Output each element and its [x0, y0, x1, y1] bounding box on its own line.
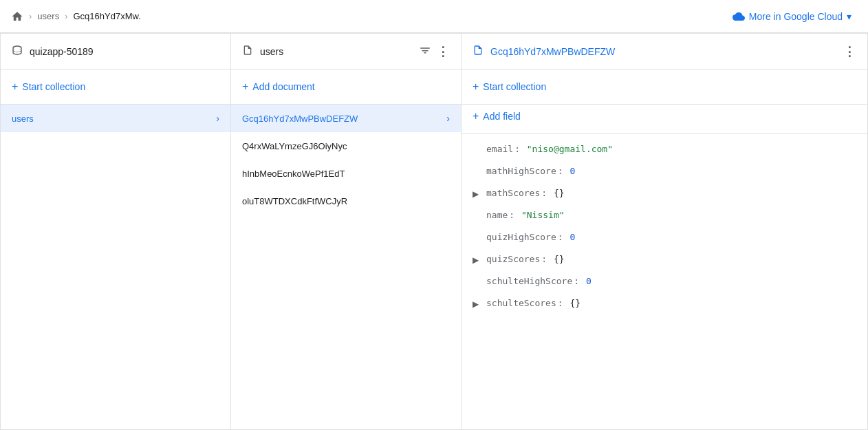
- field-value-schulteHighScore: 0: [581, 276, 592, 286]
- panel-left-header: quizapp-50189: [1, 34, 230, 69]
- panel-left-header-left: quizapp-50189: [12, 45, 94, 58]
- list-item-doc-3[interactable]: oluT8WTDXCdkFtfWCJyR: [231, 187, 461, 215]
- doc-label-0: Gcq16hYd7xMwPBwDEFZW: [242, 114, 358, 124]
- field-key-schulteScores: schulteScores: [486, 298, 556, 308]
- chevron-active-0: ›: [446, 113, 450, 124]
- right-more-icon[interactable]: ⋮: [843, 44, 856, 59]
- field-row-quizScores[interactable]: ▶quizScores: {}: [462, 250, 867, 272]
- collection-icon: [242, 45, 253, 58]
- start-collection-button-left[interactable]: + Start collection: [12, 78, 85, 96]
- add-field-button[interactable]: + Add field: [473, 107, 521, 125]
- field-row-schulteScores[interactable]: ▶schulteScores: {}: [462, 294, 867, 316]
- panel-mid-header-left: users: [242, 45, 283, 58]
- add-field-label: Add field: [483, 111, 520, 122]
- panel-right-header-left: Gcq16hYd7xMwPBwDEFZW: [473, 45, 615, 58]
- field-key-name: name: [486, 210, 508, 220]
- field-row-mathScores[interactable]: ▶mathScores: {}: [462, 184, 867, 206]
- list-item-users[interactable]: users ›: [1, 105, 230, 132]
- field-key-email: email: [486, 144, 513, 154]
- field-colon-quizHighScore: :: [558, 232, 563, 242]
- panel-mid-list: Gcq16hYd7xMwPBwDEFZW›Q4rxWaLYmzeGJ6OiyNy…: [231, 105, 461, 215]
- doc-label-1: Q4rxWaLYmzeGJ6OiyNyc: [242, 141, 347, 151]
- expand-icon-mathScores[interactable]: ▶: [473, 188, 486, 199]
- field-colon-mathScores: :: [541, 188, 547, 198]
- plus-icon-right-field: +: [473, 110, 479, 122]
- breadcrumb-sep-1: ›: [29, 11, 32, 21]
- plus-icon-mid: +: [242, 80, 248, 93]
- field-key-mathHighScore: mathHighScore: [486, 166, 556, 176]
- field-colon-email: :: [514, 144, 520, 154]
- field-colon-mathHighScore: :: [558, 166, 563, 176]
- breadcrumb-area: › users › Gcq16hYd7xMw.: [11, 10, 727, 23]
- field-key-mathScores: mathScores: [486, 188, 540, 198]
- field-colon-name: :: [509, 210, 514, 220]
- field-value-quizScores: {}: [548, 254, 564, 264]
- chevron-right-icon-users: ›: [216, 113, 219, 124]
- more-cloud-label: More in Google Cloud: [749, 11, 843, 22]
- start-collection-label-left: Start collection: [22, 81, 85, 92]
- field-key-schulteHighScore: schulteHighScore: [486, 276, 572, 286]
- more-in-google-cloud-button[interactable]: More in Google Cloud ▾: [727, 6, 857, 27]
- field-key-quizHighScore: quizHighScore: [486, 232, 556, 242]
- plus-icon-right-collection: +: [473, 80, 479, 93]
- field-value-mathScores: {}: [548, 188, 564, 198]
- panel-mid-header: users ⋮: [231, 34, 461, 69]
- expand-icon-schulteScores[interactable]: ▶: [473, 298, 486, 309]
- panel-left: quizapp-50189 + Start collection users ›: [1, 34, 231, 429]
- field-colon-quizScores: :: [541, 254, 547, 264]
- doc-label-3: oluT8WTDXCdkFtfWCJyR: [242, 196, 347, 206]
- field-row-email: email: "niso@gmail.com": [462, 140, 867, 162]
- start-collection-label-right: Start collection: [483, 81, 546, 92]
- breadcrumb-sep-2: ›: [65, 11, 67, 21]
- field-value-quizHighScore: 0: [565, 232, 576, 242]
- field-colon-schulteScores: :: [558, 298, 563, 308]
- mid-more-icon[interactable]: ⋮: [437, 44, 450, 59]
- field-row-quizHighScore: quizHighScore: 0: [462, 228, 867, 250]
- list-item-users-label: users: [12, 114, 34, 124]
- chevron-down-icon: ▾: [847, 11, 851, 22]
- doc-label-2: hInbMeoEcnkoWePf1EdT: [242, 169, 345, 179]
- field-value-name: "Nissim": [516, 210, 564, 220]
- topbar-right: More in Google Cloud ▾: [727, 6, 857, 27]
- field-row-mathHighScore: mathHighScore: 0: [462, 162, 867, 184]
- list-item-doc-1[interactable]: Q4rxWaLYmzeGJ6OiyNyc: [231, 132, 461, 160]
- fields-area: email: "niso@gmail.com"mathHighScore: 0▶…: [462, 134, 867, 429]
- panel-right-action-bar-collection: + Start collection: [462, 69, 867, 105]
- panel-right-action-bar-field: + Add field: [462, 105, 867, 134]
- add-document-label: Add document: [252, 81, 314, 92]
- panel-left-list: users ›: [1, 105, 230, 132]
- field-value-mathHighScore: 0: [565, 166, 576, 176]
- database-icon: [12, 45, 23, 58]
- panel-right-title: Gcq16hYd7xMwPBwDEFZW: [490, 46, 615, 57]
- panel-right: Gcq16hYd7xMwPBwDEFZW ⋮ + Start collectio…: [462, 34, 867, 429]
- field-row-name: name: "Nissim": [462, 206, 867, 228]
- list-item-doc-2[interactable]: hInbMeoEcnkoWePf1EdT: [231, 160, 461, 187]
- expand-icon-quizScores[interactable]: ▶: [473, 254, 486, 265]
- panel-mid-title: users: [260, 46, 283, 57]
- filter-icon[interactable]: [419, 44, 431, 59]
- breadcrumb-users[interactable]: users: [37, 11, 59, 21]
- field-key-quizScores: quizScores: [486, 254, 540, 264]
- breadcrumb-doc-id: Gcq16hYd7xMw.: [73, 11, 140, 21]
- field-colon-schulteHighScore: :: [574, 276, 579, 286]
- main-layout: quizapp-50189 + Start collection users ›…: [0, 33, 868, 430]
- add-document-button[interactable]: + Add document: [242, 78, 315, 96]
- panel-mid-header-right: ⋮: [419, 44, 450, 59]
- panel-mid-action-bar: + Add document: [231, 69, 461, 105]
- list-item-doc-0[interactable]: Gcq16hYd7xMwPBwDEFZW›: [231, 105, 461, 132]
- home-icon[interactable]: [11, 10, 23, 23]
- panel-left-title: quizapp-50189: [30, 46, 94, 57]
- field-value-email: "niso@gmail.com": [521, 144, 613, 154]
- field-row-schulteHighScore: schulteHighScore: 0: [462, 272, 867, 294]
- panel-left-action-bar: + Start collection: [1, 69, 230, 105]
- field-value-schulteScores: {}: [565, 298, 581, 308]
- plus-icon-left: +: [12, 80, 18, 93]
- panel-right-header: Gcq16hYd7xMwPBwDEFZW ⋮: [462, 34, 867, 69]
- panel-right-header-right: ⋮: [843, 44, 856, 59]
- doc-icon-right: [473, 45, 484, 58]
- topbar: › users › Gcq16hYd7xMw. More in Google C…: [0, 0, 868, 33]
- start-collection-button-right[interactable]: + Start collection: [473, 78, 546, 96]
- panel-mid: users ⋮ + Add document Gcq16hYd7xMwPBwDE…: [231, 34, 462, 429]
